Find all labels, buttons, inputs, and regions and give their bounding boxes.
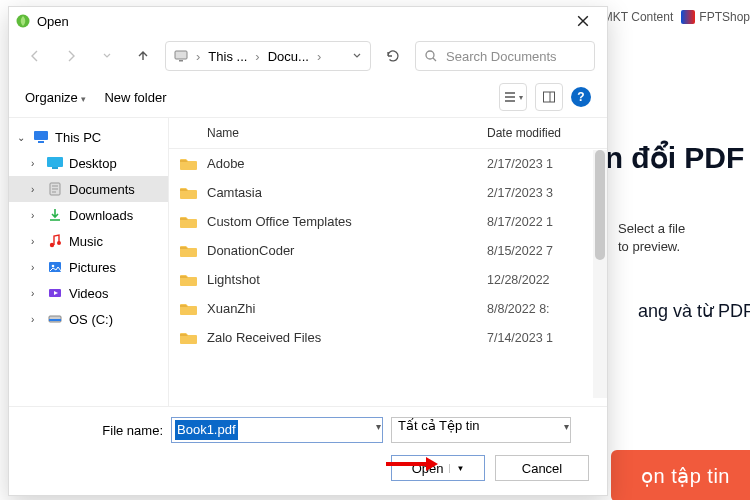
preview-pane-button[interactable] [535, 83, 563, 111]
file-row[interactable]: Zalo Received Files7/14/2023 1 [169, 323, 607, 352]
column-headers[interactable]: Name Date modified [169, 118, 607, 149]
monitor-icon [33, 129, 49, 145]
column-name[interactable]: Name [179, 126, 487, 140]
page-headline: n đổi PDF trực [605, 140, 750, 175]
file-row[interactable]: Camtasia2/17/2023 3 [169, 178, 607, 207]
chevron-down-icon[interactable]: ▾ [376, 421, 381, 432]
filename-combobox[interactable]: Book1.pdf ▾ [171, 417, 383, 443]
svg-rect-16 [49, 319, 61, 321]
nav-tree: ⌄ This PC › Desktop › Documents [9, 118, 169, 406]
folder-icon [179, 215, 197, 229]
chevron-down-icon[interactable]: ▾ [564, 421, 569, 432]
videos-icon [47, 285, 63, 301]
svg-rect-4 [544, 92, 555, 102]
folder-icon [179, 157, 197, 171]
file-row[interactable]: Lightshot12/28/2022 [169, 265, 607, 294]
tree-label: Videos [69, 286, 109, 301]
file-row[interactable]: Custom Office Templates8/17/2022 1 [169, 207, 607, 236]
bookmark-label: FPTShop [699, 10, 750, 24]
bookmark-item[interactable]: FPTShop [681, 10, 750, 24]
titlebar: Open [9, 7, 607, 35]
chevron-down-icon[interactable] [352, 51, 362, 61]
folder-icon [179, 302, 197, 316]
tree-item-drive-c[interactable]: › OS (C:) [9, 306, 168, 332]
open-file-dialog: Open › This ... › Docu... › [8, 6, 608, 496]
folder-icon [179, 331, 197, 345]
folder-icon [179, 244, 197, 258]
tree-item-music[interactable]: › Music [9, 228, 168, 254]
chevron-right-icon: › [255, 49, 259, 64]
file-row[interactable]: Adobe2/17/2023 1 [169, 149, 607, 178]
scrollbar[interactable] [593, 150, 607, 398]
tree-root-this-pc[interactable]: ⌄ This PC [9, 124, 168, 150]
recent-dropdown[interactable] [93, 42, 121, 70]
dialog-footer: File name: Book1.pdf ▾ Tất cả Tệp tin ▾ … [9, 406, 607, 495]
open-button[interactable]: Open ▼ [391, 455, 485, 481]
chevron-down-icon[interactable]: ⌄ [17, 132, 27, 143]
file-name: XuanZhi [207, 301, 487, 316]
refresh-button[interactable] [379, 42, 407, 70]
preview-hint-line2: to preview. [618, 238, 685, 256]
file-date: 8/8/2022 8: [487, 302, 597, 316]
address-bar[interactable]: › This ... › Docu... › [165, 41, 371, 71]
chevron-right-icon[interactable]: › [31, 236, 41, 247]
up-button[interactable] [129, 42, 157, 70]
tree-label: Music [69, 234, 103, 249]
chevron-right-icon[interactable]: › [31, 288, 41, 299]
filetype-filter[interactable]: Tất cả Tệp tin [391, 417, 571, 443]
svg-point-11 [57, 241, 61, 245]
filename-label: File name: [23, 423, 163, 438]
tree-item-downloads[interactable]: › Downloads [9, 202, 168, 228]
chevron-right-icon[interactable]: › [31, 262, 41, 273]
svg-rect-1 [175, 51, 187, 59]
file-name: Adobe [207, 156, 487, 171]
cancel-button[interactable]: Cancel [495, 455, 589, 481]
back-button[interactable] [21, 42, 49, 70]
chevron-right-icon[interactable]: › [31, 184, 41, 195]
breadcrumb-part[interactable]: This ... [208, 49, 247, 64]
tree-label: Desktop [69, 156, 117, 171]
organize-label: Organize [25, 90, 78, 105]
breadcrumb-part[interactable]: Docu... [268, 49, 309, 64]
open-split-dropdown[interactable]: ▼ [449, 464, 464, 473]
tree-item-documents[interactable]: › Documents [9, 176, 168, 202]
view-menu[interactable]: ▾ [499, 83, 527, 111]
search-input[interactable]: Search Documents [415, 41, 595, 71]
filename-selection: Book1.pdf [175, 420, 238, 440]
organize-menu[interactable]: Organize ▾ [25, 90, 86, 105]
tree-item-pictures[interactable]: › Pictures [9, 254, 168, 280]
svg-rect-6 [38, 141, 44, 143]
scrollbar-thumb[interactable] [595, 150, 605, 260]
file-list: Name Date modified Adobe2/17/2023 1Camta… [169, 118, 607, 406]
close-button[interactable] [565, 7, 601, 35]
file-name: Camtasia [207, 185, 487, 200]
chevron-right-icon[interactable]: › [31, 158, 41, 169]
tree-item-videos[interactable]: › Videos [9, 280, 168, 306]
tree-label: Pictures [69, 260, 116, 275]
file-row[interactable]: XuanZhi8/8/2022 8: [169, 294, 607, 323]
chevron-right-icon[interactable]: › [31, 314, 41, 325]
column-date[interactable]: Date modified [487, 126, 597, 140]
filetype-combobox[interactable]: Tất cả Tệp tin ▾ [391, 417, 571, 443]
file-date: 2/17/2023 1 [487, 157, 597, 171]
command-toolbar: Organize ▾ New folder ▾ ? [9, 77, 607, 117]
preview-hint: Select a file to preview. [618, 220, 685, 256]
music-icon [47, 233, 63, 249]
search-icon [424, 49, 438, 63]
choose-file-button[interactable]: ọn tập tin [611, 450, 750, 500]
file-rows: Adobe2/17/2023 1Camtasia2/17/2023 3Custo… [169, 149, 607, 406]
tree-label: This PC [55, 130, 101, 145]
new-folder-button[interactable]: New folder [104, 90, 166, 105]
help-button[interactable]: ? [571, 87, 591, 107]
chevron-right-icon[interactable]: › [31, 210, 41, 221]
downloads-icon [47, 207, 63, 223]
forward-button[interactable] [57, 42, 85, 70]
tree-item-desktop[interactable]: › Desktop [9, 150, 168, 176]
desktop-icon [47, 155, 63, 171]
svg-point-3 [426, 51, 434, 59]
chevron-right-icon: › [196, 49, 200, 64]
svg-rect-8 [52, 167, 58, 169]
file-row[interactable]: DonationCoder8/15/2022 7 [169, 236, 607, 265]
file-date: 8/17/2022 1 [487, 215, 597, 229]
page-subtext: ang và từ PDF trong [638, 300, 750, 322]
